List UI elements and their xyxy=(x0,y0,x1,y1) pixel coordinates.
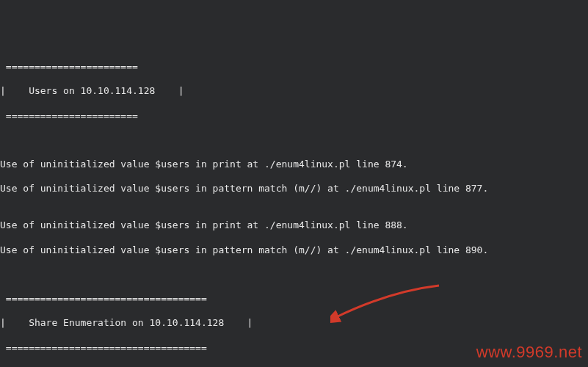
section-title-shares: | Share Enumeration on 10.10.114.128 | xyxy=(0,317,588,330)
watermark-text: www.9969.net xyxy=(476,342,582,363)
terminal-output: ======================= | Users on 10.10… xyxy=(0,49,588,368)
warning-line: Use of uninitialized value $users in pri… xyxy=(0,159,588,171)
blank-line xyxy=(0,134,588,147)
section-rule: ======================= xyxy=(0,61,588,73)
section-rule: =================================== xyxy=(0,293,588,305)
section-rule: ======================= xyxy=(0,110,588,123)
blank-line xyxy=(0,269,588,281)
warning-line: Use of uninitialized value $users in pat… xyxy=(0,183,588,195)
section-title-users: | Users on 10.10.114.128 | xyxy=(0,85,588,98)
warning-line: Use of uninitialized value $users in pri… xyxy=(0,219,588,232)
warning-line: Use of uninitialized value $users in pat… xyxy=(0,244,588,257)
